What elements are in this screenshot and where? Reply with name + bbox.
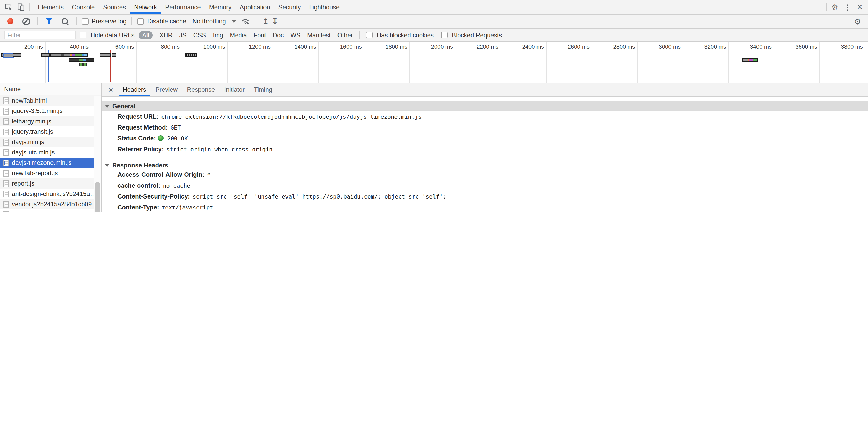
request-name: dayjs-utc.min.js bbox=[12, 149, 55, 156]
request-row-report-js[interactable]: report.js bbox=[0, 178, 101, 189]
tick-label: 400 ms bbox=[47, 44, 89, 50]
throttling-dropdown-arrow[interactable] bbox=[232, 20, 236, 23]
type-filter-css[interactable]: CSS bbox=[193, 31, 206, 38]
gridline bbox=[45, 42, 45, 83]
request-name: dayjs-timezone.min.js bbox=[12, 159, 72, 166]
record-network-log-icon[interactable] bbox=[4, 16, 17, 27]
type-filter-all[interactable]: All bbox=[138, 31, 153, 39]
section-header-general[interactable]: General bbox=[102, 101, 868, 111]
headers-panel: GeneralRequest URL:chrome-extension://kf… bbox=[102, 97, 868, 213]
type-filter-xhr[interactable]: XHR bbox=[159, 31, 173, 38]
gridline bbox=[455, 42, 456, 83]
detail-tab-preview[interactable]: Preview bbox=[151, 83, 182, 96]
doc-file-icon bbox=[3, 159, 9, 166]
tick-label: 2000 ms bbox=[411, 44, 453, 50]
request-row-ant-design-chunk-js-b2415a-[interactable]: ant-design-chunk.js?b2415a… bbox=[0, 189, 101, 199]
more-options-icon[interactable]: ⋮ bbox=[841, 1, 854, 13]
detail-tab-initiator[interactable]: Initiator bbox=[220, 83, 249, 96]
hide-data-urls-checkbox[interactable] bbox=[80, 32, 87, 38]
network-overview-timeline[interactable]: 200 ms400 ms600 ms800 ms1000 ms1200 ms14… bbox=[0, 42, 868, 83]
type-filter-ws[interactable]: WS bbox=[290, 31, 301, 38]
type-filter-js[interactable]: JS bbox=[179, 31, 187, 38]
disable-cache-checkbox[interactable] bbox=[137, 18, 144, 25]
tab-elements[interactable]: Elements bbox=[34, 0, 68, 14]
clear-network-log-icon[interactable] bbox=[20, 16, 32, 27]
request-type-filters: AllXHRJSCSSImgMediaFontDocWSManifestOthe… bbox=[138, 31, 353, 39]
import-har-icon[interactable]: ↥ bbox=[263, 18, 269, 25]
settings-gear-icon[interactable]: ⚙ bbox=[829, 1, 841, 13]
request-name: ant-design-chunk.js?b2415a… bbox=[12, 190, 96, 197]
request-row-dayjs-min-js[interactable]: dayjs.min.js bbox=[0, 137, 101, 147]
name-column-header[interactable]: Name bbox=[0, 83, 101, 95]
network-toolbar: Preserve log Disable cache No throttling… bbox=[0, 15, 868, 29]
preserve-log-checkbox[interactable] bbox=[82, 18, 89, 25]
tab-memory[interactable]: Memory bbox=[205, 0, 236, 14]
tab-application[interactable]: Application bbox=[236, 0, 274, 14]
detail-tab-response[interactable]: Response bbox=[183, 83, 219, 96]
request-row-vendor-js-b2415a284b1cb09-[interactable]: vendor.js?b2415a284b1cb09… bbox=[0, 199, 101, 209]
doc-file-icon bbox=[3, 211, 9, 213]
search-icon[interactable] bbox=[59, 16, 71, 27]
has-blocked-cookies-label: Has blocked cookies bbox=[377, 31, 434, 38]
request-row-dayjs-timezone-min-js[interactable]: dayjs-timezone.min.js bbox=[0, 158, 101, 168]
detail-tab-timing[interactable]: Timing bbox=[250, 83, 276, 96]
gridline bbox=[318, 42, 319, 83]
tab-console[interactable]: Console bbox=[68, 0, 99, 14]
tab-network[interactable]: Network bbox=[130, 0, 161, 14]
doc-file-icon bbox=[3, 139, 9, 145]
type-filter-doc[interactable]: Doc bbox=[273, 31, 284, 38]
close-details-icon[interactable]: ✕ bbox=[104, 86, 118, 93]
device-toolbar-icon[interactable] bbox=[14, 1, 27, 13]
type-filter-media[interactable]: Media bbox=[230, 31, 247, 38]
has-blocked-cookies-checkbox[interactable] bbox=[366, 32, 373, 38]
doc-file-icon bbox=[3, 118, 9, 125]
type-filter-img[interactable]: Img bbox=[213, 31, 223, 38]
tick-label: 1600 ms bbox=[320, 44, 362, 50]
tick-label: 2600 ms bbox=[548, 44, 590, 50]
tick-label: 800 ms bbox=[138, 44, 180, 50]
network-settings-gear-icon[interactable]: ⚙ bbox=[851, 16, 864, 27]
filter-funnel-icon[interactable] bbox=[43, 16, 55, 27]
gridline bbox=[546, 42, 547, 83]
devtools-tab-bar: ElementsConsoleSourcesNetworkPerformance… bbox=[0, 0, 868, 15]
tick-label: 2400 ms bbox=[503, 44, 544, 50]
throttling-select[interactable]: No throttling bbox=[192, 18, 226, 25]
gridline bbox=[637, 42, 638, 83]
tab-security[interactable]: Security bbox=[274, 0, 305, 14]
gridline bbox=[182, 42, 182, 83]
waterfall-bar bbox=[13, 53, 21, 57]
close-devtools-icon[interactable]: ✕ bbox=[854, 1, 866, 13]
inspect-element-icon[interactable] bbox=[2, 1, 14, 13]
tab-sources[interactable]: Sources bbox=[99, 0, 130, 14]
devtools-window: ElementsConsoleSourcesNetworkPerformance… bbox=[0, 0, 868, 213]
tab-lighthouse[interactable]: Lighthouse bbox=[305, 0, 343, 14]
request-row-lethargy-min-js[interactable]: lethargy.min.js bbox=[0, 116, 101, 126]
tick-label: 2200 ms bbox=[457, 44, 498, 50]
header-row-content-security-policy: Content-Security-Policy:script-src 'self… bbox=[102, 191, 868, 202]
type-filter-manifest[interactable]: Manifest bbox=[307, 31, 331, 38]
export-har-icon[interactable]: ↧ bbox=[272, 18, 278, 25]
waterfall-bar bbox=[69, 58, 94, 62]
request-row-newtab-js-b2415a284b1cb0-[interactable]: newTab.js?b2415a284b1cb0… bbox=[0, 209, 101, 213]
waterfall-bar bbox=[41, 53, 50, 57]
gridline bbox=[728, 42, 729, 83]
section-header-response-headers[interactable]: Response Headers bbox=[102, 159, 868, 169]
gridline bbox=[409, 42, 410, 83]
tick-label: 1200 ms bbox=[229, 44, 271, 50]
sidebar-scrollbar-thumb[interactable] bbox=[95, 182, 100, 213]
request-row-jquery-3-5-1-min-js[interactable]: jquery-3.5.1.min.js bbox=[0, 106, 101, 116]
type-filter-other[interactable]: Other bbox=[338, 31, 353, 38]
type-filter-font[interactable]: Font bbox=[254, 31, 266, 38]
detail-tab-headers[interactable]: Headers bbox=[119, 83, 150, 96]
sidebar-scrollbar[interactable] bbox=[94, 96, 101, 213]
request-row-newtab-report-js[interactable]: newTab-report.js bbox=[0, 168, 101, 178]
gridline bbox=[136, 42, 137, 83]
network-filter-input[interactable] bbox=[4, 31, 75, 39]
network-conditions-icon[interactable] bbox=[239, 16, 252, 27]
gridline bbox=[592, 42, 592, 83]
tab-performance[interactable]: Performance bbox=[161, 0, 205, 14]
request-row-newtab-html[interactable]: newTab.html bbox=[0, 95, 101, 106]
request-row-jquery-transit-js[interactable]: jquery.transit.js bbox=[0, 126, 101, 137]
request-row-dayjs-utc-min-js[interactable]: dayjs-utc.min.js bbox=[0, 147, 101, 158]
blocked-requests-checkbox[interactable] bbox=[441, 32, 448, 38]
